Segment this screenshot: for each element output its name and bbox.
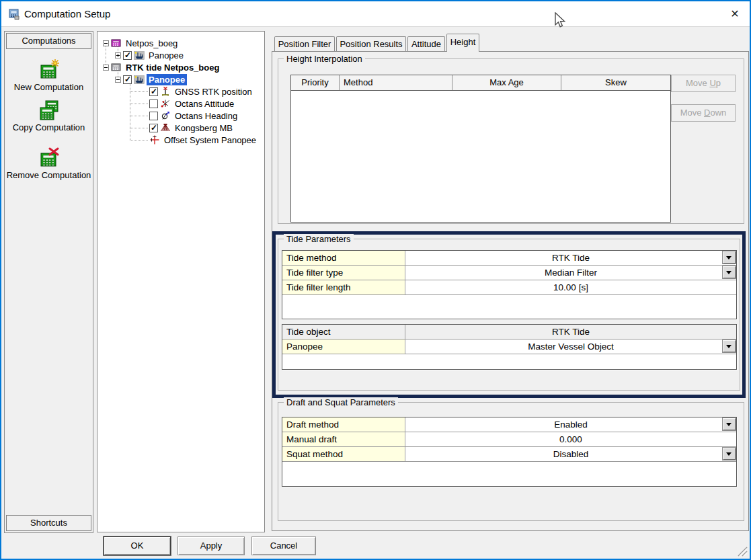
remove-computation-button[interactable]: Remove Computation [5, 147, 93, 180]
param-row-manual-draft: Manual draft 0.000 [282, 432, 736, 447]
checkbox-unchecked[interactable] [149, 99, 158, 108]
param-row-draft-method: Draft method Enabled [282, 417, 736, 432]
tree-item-kongsberg-mb[interactable]: Kongsberg MB [97, 122, 264, 134]
tide-object-table: Tide object RTK Tide Panopee Master Vess… [282, 324, 737, 370]
remove-computation-icon [38, 147, 60, 169]
attitude-icon [160, 98, 171, 109]
param-label: Tide method [282, 251, 405, 265]
cancel-button[interactable]: Cancel [251, 536, 316, 555]
tree-item-rtk-tide-netpos-boeg[interactable]: RTK tide Netpos_boeg [97, 61, 264, 73]
param-value: RTK Tide [405, 325, 736, 339]
dropdown-button[interactable] [723, 418, 736, 430]
remove-computation-label: Remove Computation [5, 170, 93, 180]
tree-item-label-selected: Panopee [147, 74, 187, 85]
computations-panel-button[interactable]: Computations [6, 33, 91, 49]
collapse-icon[interactable] [115, 77, 121, 83]
ok-button[interactable]: OK [104, 536, 171, 555]
column-header-skew: Skew [561, 75, 670, 90]
chevron-down-icon [726, 256, 732, 262]
param-value-dropdown[interactable]: RTK Tide [405, 251, 736, 265]
param-label: Manual draft [282, 432, 405, 446]
shortcuts-panel-button[interactable]: Shortcuts [6, 515, 91, 531]
new-computation-label: New Computation [5, 82, 93, 92]
column-header-priority: Priority [291, 75, 340, 90]
tide-parameters-group: Tide Parameters Tide method RTK Tide Tid… [278, 239, 740, 391]
vessel-icon [134, 74, 145, 85]
checkbox-unchecked[interactable] [149, 112, 158, 120]
expand-icon[interactable] [115, 52, 121, 58]
checkbox-checked[interactable] [149, 87, 158, 96]
param-row-tide-method: Tide method RTK Tide [282, 251, 736, 266]
param-row-tide-filter-length: Tide filter length 10.00 [s] [282, 280, 736, 295]
computations-sidebar: Computations New Computation [4, 31, 93, 533]
dropdown-button[interactable] [723, 340, 736, 352]
group-title: Height Interpolation [284, 54, 365, 64]
dropdown-button[interactable] [723, 266, 736, 278]
tab-height[interactable]: Height [446, 34, 479, 52]
collapse-icon[interactable] [103, 40, 109, 46]
tree-item-label: Netpos_boeg [124, 38, 180, 49]
checkbox-checked[interactable] [123, 51, 132, 60]
app-icon [8, 8, 20, 20]
param-label: Tide filter length [282, 280, 405, 294]
param-row-tide-filter-type: Tide filter type Median Filter [282, 266, 736, 280]
param-value-editable[interactable]: 10.00 [s] [405, 280, 736, 294]
chevron-down-icon [726, 423, 732, 429]
tide-parameters-highlight: Tide Parameters Tide method RTK Tide Tid… [272, 231, 746, 398]
param-value-editable[interactable]: 0.000 [405, 432, 736, 446]
param-value-dropdown[interactable]: Master Vessel Object [405, 339, 736, 354]
tide-parameters-table: Tide method RTK Tide Tide filter type Me… [282, 250, 737, 319]
dropdown-button[interactable] [723, 251, 736, 264]
tree-item-offset-system-panopee[interactable]: Offset System Panopee [97, 134, 264, 146]
collapse-icon[interactable] [103, 65, 109, 71]
chevron-down-icon [726, 271, 732, 277]
param-row-panopee: Panopee Master Vessel Object [282, 339, 736, 354]
close-button[interactable]: ✕ [720, 1, 750, 27]
tree-item-label: Octans Heading [173, 110, 239, 122]
dropdown-button[interactable] [723, 448, 736, 460]
offset-system-icon [149, 134, 160, 145]
tab-position-filter[interactable]: Position Filter [274, 36, 335, 51]
computation-icon [111, 38, 122, 48]
window-title: Computation Setup [24, 8, 110, 19]
computation-icon [111, 62, 122, 73]
tree-item-gnss-rtk-position[interactable]: GNSS RTK position [97, 85, 264, 97]
tab-position-results[interactable]: Position Results [336, 36, 406, 51]
copy-computation-button[interactable]: Copy Computation [5, 99, 93, 132]
param-value-dropdown[interactable]: Disabled [405, 447, 736, 461]
draft-squat-table: Draft method Enabled Manual draft 0.000 … [282, 417, 737, 487]
chevron-down-icon [726, 345, 732, 351]
apply-button[interactable]: Apply [177, 536, 245, 555]
checkbox-checked[interactable] [123, 75, 132, 84]
group-title: Tide Parameters [284, 234, 354, 244]
param-value-dropdown[interactable]: Median Filter [405, 266, 736, 280]
tree-item-panopee-1[interactable]: Panopee [97, 49, 264, 61]
tree-item-label: Octans Attitude [173, 98, 236, 110]
move-down-button[interactable]: Move Down [671, 104, 736, 122]
table-header-row: Priority Method Max Age Skew [291, 75, 670, 91]
resize-grip[interactable] [736, 545, 748, 557]
param-label: Panopee [282, 339, 405, 354]
checkbox-checked[interactable] [149, 124, 158, 132]
copy-computation-icon [38, 99, 60, 121]
height-interpolation-group: Height Interpolation Priority Method Max… [278, 58, 744, 224]
tree-item-panopee-2-selected[interactable]: Panopee [97, 73, 264, 85]
group-title: Draft and Squat Parameters [284, 397, 398, 407]
new-computation-button[interactable]: New Computation [5, 59, 93, 92]
computation-setup-dialog: Computation Setup ✕ Computations [0, 0, 751, 560]
chevron-down-icon [726, 452, 732, 458]
param-label: Tide object [282, 325, 405, 339]
tree-item-label: GNSS RTK position [173, 86, 254, 97]
height-interpolation-table[interactable]: Priority Method Max Age Skew [290, 75, 671, 223]
param-value-dropdown[interactable]: Enabled [405, 417, 736, 432]
multibeam-icon [160, 122, 171, 133]
tree-item-octans-attitude[interactable]: Octans Attitude [97, 97, 264, 110]
tab-attitude[interactable]: Attitude [407, 36, 445, 51]
height-tab-page: Height Interpolation Priority Method Max… [272, 51, 749, 531]
heading-icon [160, 110, 171, 121]
tree-item-octans-heading[interactable]: Octans Heading [97, 110, 264, 122]
tree-item-netpos-boeg[interactable]: Netpos_boeg [97, 37, 264, 49]
move-up-button[interactable]: Move Up [671, 75, 736, 92]
gnss-antenna-icon [160, 86, 171, 97]
tree-item-label: Panopee [147, 50, 186, 61]
